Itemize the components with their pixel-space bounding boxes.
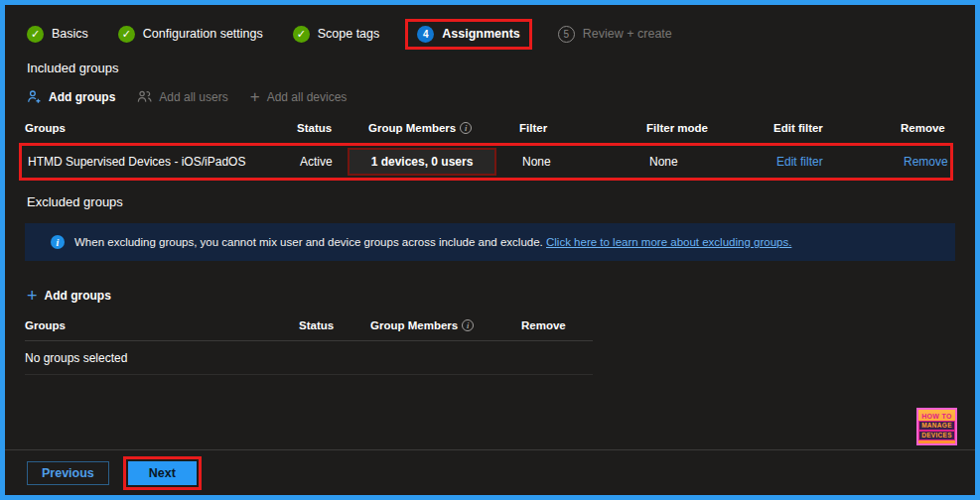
logo-line-howto: HOW TO: [921, 413, 951, 420]
remove-link[interactable]: Remove: [904, 155, 948, 169]
col-groups: Groups: [25, 311, 299, 340]
edit-filter-link[interactable]: Edit filter: [776, 155, 823, 169]
col-filter-mode: Filter mode: [646, 113, 773, 143]
plus-icon: +: [250, 88, 260, 105]
included-table-header: Groups Status Group Membersi Filter Filt…: [25, 113, 959, 143]
step-label: Scope tags: [318, 27, 380, 41]
add-all-devices-label: Add all devices: [267, 90, 348, 104]
annotation-box-next: Next: [123, 456, 202, 490]
table-row[interactable]: HTMD Supervised Devices - iOS/iPadOS Act…: [28, 146, 950, 178]
filter-cell: None: [522, 148, 649, 176]
add-all-users-button[interactable]: Add all users: [137, 89, 227, 104]
excluded-table-header: Groups Status Group Membersi Remove: [25, 311, 593, 340]
excluded-groups-title: Excluded groups: [27, 194, 959, 209]
logo-line-devices: DEVICES: [918, 431, 955, 440]
no-groups-selected-text: No groups selected: [25, 341, 959, 374]
exclude-info-banner: i When excluding groups, you cannot mix …: [25, 223, 955, 261]
add-all-users-label: Add all users: [159, 90, 227, 104]
assignments-wizard-page: ✓ Basics ✓ Configuration settings ✓ Scop…: [0, 0, 980, 500]
info-icon[interactable]: i: [462, 319, 474, 331]
tab-basics[interactable]: ✓ Basics: [27, 26, 88, 43]
col-group-members: Group Membersi: [370, 311, 521, 340]
add-groups-label: Add groups: [49, 90, 115, 104]
banner-message: When excluding groups, you cannot mix us…: [74, 236, 543, 248]
col-group-members-label: Group Members: [368, 122, 456, 134]
step-number-badge: 4: [417, 26, 434, 43]
next-button[interactable]: Next: [128, 461, 197, 485]
check-icon: ✓: [27, 26, 44, 43]
wizard-steps: ✓ Basics ✓ Configuration settings ✓ Scop…: [27, 18, 959, 50]
page-content: ✓ Basics ✓ Configuration settings ✓ Scop…: [5, 5, 975, 375]
excluded-groups-toolbar: + Add groups: [27, 287, 959, 305]
logo-line-manage: MANAGE: [918, 421, 955, 431]
excluded-add-groups-button[interactable]: + Add groups: [27, 287, 111, 305]
info-icon: i: [51, 235, 65, 249]
add-all-devices-button[interactable]: + Add all devices: [250, 88, 348, 105]
step-number-badge: 5: [558, 26, 575, 43]
wizard-footer: Previous Next: [5, 449, 975, 495]
annotation-box-included-row: HTMD Supervised Devices - iOS/iPadOS Act…: [19, 143, 953, 181]
tab-assignments[interactable]: 4 Assignments: [417, 26, 520, 43]
group-members-cell: 1 devices, 0 users: [371, 146, 522, 178]
col-status: Status: [297, 113, 368, 143]
annotation-box-assignments: 4 Assignments: [405, 19, 532, 50]
previous-button[interactable]: Previous: [27, 461, 109, 485]
tab-configuration-settings[interactable]: ✓ Configuration settings: [118, 26, 263, 43]
step-label: Configuration settings: [143, 27, 263, 41]
add-users-icon: [137, 89, 152, 104]
check-icon: ✓: [118, 26, 135, 43]
col-groups: Groups: [25, 113, 297, 143]
col-remove: Remove: [521, 311, 591, 340]
add-user-icon: [27, 89, 42, 104]
col-filter: Filter: [519, 113, 646, 143]
banner-text: When excluding groups, you cannot mix us…: [74, 236, 791, 248]
col-edit-filter: Edit filter: [773, 113, 901, 143]
group-members-highlight: 1 devices, 0 users: [348, 148, 496, 176]
add-groups-button[interactable]: Add groups: [27, 89, 115, 104]
excluding-groups-learn-more-link[interactable]: Click here to learn more about excluding…: [546, 236, 791, 248]
tab-scope-tags[interactable]: ✓ Scope tags: [293, 26, 380, 43]
col-group-members-label: Group Members: [370, 319, 458, 331]
included-groups-title: Included groups: [27, 61, 959, 75]
col-group-members: Group Membersi: [368, 113, 519, 143]
col-remove: Remove: [901, 113, 962, 143]
info-icon[interactable]: i: [460, 122, 472, 134]
step-label: Review + create: [583, 27, 672, 41]
group-name-cell: HTMD Supervised Devices - iOS/iPadOS: [28, 148, 300, 176]
included-groups-toolbar: Add groups Add all users + Add all devic…: [27, 88, 959, 105]
step-label: Assignments: [442, 27, 520, 41]
col-status: Status: [299, 311, 370, 340]
table-divider: [25, 374, 593, 375]
step-label: Basics: [52, 27, 88, 41]
htmd-logo: HOW TO MANAGE DEVICES: [916, 408, 957, 445]
filter-mode-cell: None: [649, 148, 776, 176]
plus-icon: +: [27, 287, 38, 305]
tab-review-create[interactable]: 5 Review + create: [558, 26, 672, 43]
check-icon: ✓: [293, 26, 310, 43]
excluded-add-groups-label: Add groups: [45, 289, 111, 303]
